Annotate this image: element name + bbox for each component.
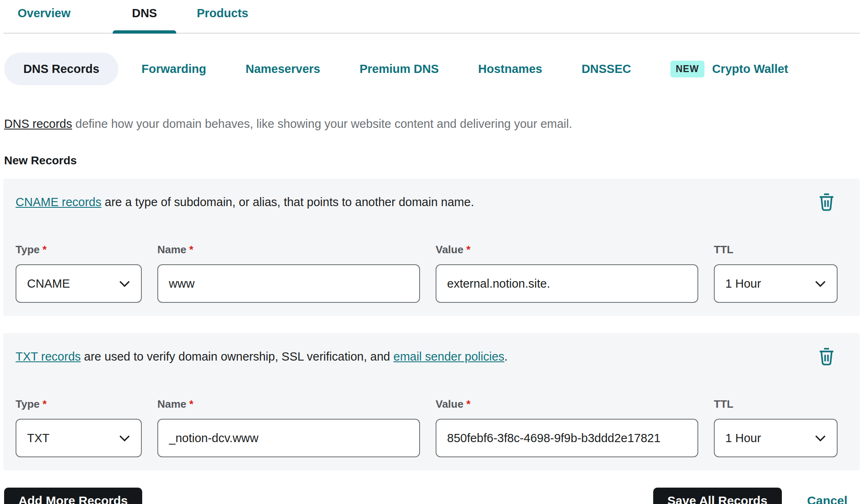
tab-dns[interactable]: DNS: [113, 0, 176, 33]
cname-ttl-label: TTL: [714, 243, 838, 256]
txt-type-select[interactable]: TXT: [16, 419, 142, 457]
email-sender-policies-link[interactable]: email sender policies: [393, 350, 504, 363]
dns-management-page: Overview DNS Products DNS Records Forwar…: [0, 0, 863, 504]
txt-name-input[interactable]: [157, 419, 420, 457]
cname-value-input[interactable]: [436, 264, 698, 303]
chevron-down-icon: [815, 435, 826, 442]
chevron-down-icon: [119, 435, 130, 442]
txt-fields-row: Type* TXT Name* Value*: [16, 398, 848, 457]
ttl-label-text: TTL: [714, 398, 734, 410]
cname-type-label: Type*: [16, 243, 142, 256]
type-label-text: Type: [16, 243, 40, 256]
subtab-dns-records[interactable]: DNS Records: [4, 52, 118, 85]
record-card-txt: TXT records are used to verify domain ow…: [3, 333, 860, 470]
subtab-crypto-wallet[interactable]: NEW Crypto Wallet: [654, 61, 805, 77]
top-tab-bar: Overview DNS Products: [3, 0, 860, 34]
txt-value-field: Value*: [436, 398, 698, 457]
cname-value-field: Value*: [436, 243, 698, 303]
tab-products[interactable]: Products: [197, 0, 248, 33]
cname-records-link[interactable]: CNAME records: [16, 195, 102, 209]
type-label-text: Type: [16, 398, 40, 410]
cname-value-label: Value*: [436, 243, 698, 256]
tab-overview[interactable]: Overview: [18, 0, 70, 33]
txt-ttl-label: TTL: [714, 398, 838, 411]
required-asterisk: *: [189, 243, 193, 256]
record-card-txt-description: TXT records are used to verify domain ow…: [16, 349, 508, 364]
cname-name-input[interactable]: [157, 264, 420, 303]
trash-icon: [818, 347, 835, 366]
subtab-nameservers-label: Nameservers: [245, 62, 320, 76]
cname-type-field: Type* CNAME: [16, 243, 142, 303]
txt-desc-tail: .: [504, 350, 508, 363]
txt-name-label: Name*: [157, 398, 420, 411]
cname-desc-text: are a type of subdomain, or alias, that …: [102, 195, 474, 209]
value-label-text: Value: [436, 398, 463, 410]
subtab-premium-dns[interactable]: Premium DNS: [343, 62, 455, 76]
cancel-button[interactable]: Cancel: [807, 494, 847, 504]
dns-subtab-bar: DNS Records Forwarding Nameservers Premi…: [3, 52, 860, 85]
subtab-crypto-wallet-label: Crypto Wallet: [712, 62, 788, 76]
new-records-heading: New Records: [4, 154, 860, 167]
delete-cname-record-button[interactable]: [816, 191, 837, 213]
delete-txt-record-button[interactable]: [816, 345, 837, 368]
txt-type-value: TXT: [27, 431, 50, 445]
required-asterisk: *: [189, 398, 193, 410]
record-card-cname-header: CNAME records are a type of subdomain, o…: [16, 191, 848, 213]
txt-records-link[interactable]: TXT records: [16, 350, 81, 363]
txt-desc-text: are used to verify domain ownership, SSL…: [81, 350, 393, 363]
record-card-cname-description: CNAME records are a type of subdomain, o…: [16, 195, 474, 209]
subtab-forwarding[interactable]: Forwarding: [125, 62, 223, 76]
required-asterisk: *: [466, 243, 470, 256]
dns-intro-rest: define how your domain behaves, like sho…: [72, 117, 572, 130]
txt-ttl-field: TTL 1 Hour: [714, 398, 838, 457]
trash-icon: [818, 193, 835, 211]
add-more-records-button[interactable]: Add More Records: [4, 488, 142, 504]
required-asterisk: *: [43, 398, 47, 410]
tab-products-label: Products: [197, 7, 248, 20]
required-asterisk: *: [466, 398, 470, 410]
txt-type-label: Type*: [16, 398, 142, 411]
value-label-text: Value: [436, 243, 463, 256]
new-badge: NEW: [670, 61, 704, 77]
dns-intro-text: DNS records define how your domain behav…: [4, 116, 860, 131]
subtab-hostnames[interactable]: Hostnames: [462, 62, 559, 76]
txt-type-field: Type* TXT: [16, 398, 142, 457]
cname-type-select[interactable]: CNAME: [16, 264, 142, 303]
name-label-text: Name: [157, 243, 186, 256]
subtab-dnssec-label: DNSSEC: [581, 62, 631, 76]
record-card-cname: CNAME records are a type of subdomain, o…: [3, 179, 860, 316]
txt-ttl-select[interactable]: 1 Hour: [714, 419, 838, 457]
tab-dns-label: DNS: [132, 7, 157, 20]
txt-value-input[interactable]: [436, 419, 698, 457]
name-label-text: Name: [157, 398, 186, 410]
txt-value-label: Value*: [436, 398, 698, 411]
tab-overview-label: Overview: [18, 7, 70, 20]
chevron-down-icon: [119, 280, 130, 287]
footer-action-bar: Add More Records Save All Records Cancel: [3, 488, 860, 504]
subtab-forwarding-label: Forwarding: [141, 62, 206, 76]
txt-name-field: Name*: [157, 398, 420, 457]
save-all-records-button[interactable]: Save All Records: [653, 488, 782, 504]
cname-name-label: Name*: [157, 243, 420, 256]
chevron-down-icon: [815, 280, 826, 287]
subtab-premium-dns-label: Premium DNS: [359, 62, 438, 76]
cname-ttl-select[interactable]: 1 Hour: [714, 264, 838, 303]
cname-ttl-value: 1 Hour: [725, 277, 761, 291]
cname-fields-row: Type* CNAME Name* Value*: [16, 243, 848, 303]
cname-type-value: CNAME: [27, 277, 70, 291]
subtab-hostnames-label: Hostnames: [478, 62, 542, 76]
subtab-nameservers[interactable]: Nameservers: [229, 62, 336, 76]
record-card-txt-header: TXT records are used to verify domain ow…: [16, 345, 848, 368]
txt-ttl-value: 1 Hour: [725, 431, 761, 445]
required-asterisk: *: [43, 243, 47, 256]
subtab-dnssec[interactable]: DNSSEC: [565, 62, 647, 76]
active-tab-underline: [113, 30, 176, 34]
cname-ttl-field: TTL 1 Hour: [714, 243, 838, 303]
dns-records-link[interactable]: DNS records: [4, 117, 72, 130]
subtab-dns-records-label: DNS Records: [23, 62, 99, 76]
ttl-label-text: TTL: [714, 243, 734, 256]
cname-name-field: Name*: [157, 243, 420, 303]
